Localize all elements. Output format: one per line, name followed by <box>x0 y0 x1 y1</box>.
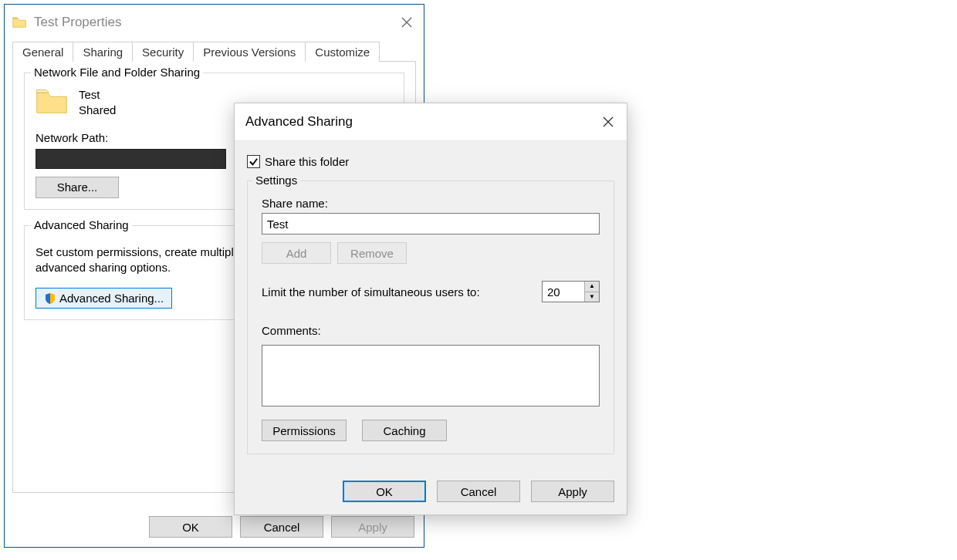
tab-customize[interactable]: Customize <box>305 42 380 62</box>
add-button[interactable]: Add <box>262 242 331 264</box>
tab-previous-versions[interactable]: Previous Versions <box>193 42 306 62</box>
caching-button[interactable]: Caching <box>362 420 447 441</box>
tab-security[interactable]: Security <box>132 42 194 62</box>
advanced-sharing-title: Advanced Sharing <box>245 114 353 130</box>
share-this-folder-checkbox[interactable] <box>247 155 260 168</box>
close-icon[interactable] <box>389 5 424 39</box>
folder-icon <box>12 16 26 29</box>
advanced-sharing-legend: Advanced Sharing <box>31 218 132 231</box>
settings-group: Settings Share name: Add Remove Limit th… <box>247 180 614 454</box>
limit-users-spinner[interactable]: ▲ ▼ <box>542 281 600 302</box>
network-path-value[interactable] <box>36 149 226 169</box>
tab-general[interactable]: General <box>12 42 73 62</box>
shared-folder-status: Shared <box>79 103 116 118</box>
share-name-input[interactable] <box>262 213 600 234</box>
share-button[interactable]: Share... <box>36 177 119 198</box>
cancel-button[interactable]: Cancel <box>240 516 323 538</box>
properties-titlebar[interactable]: Test Properties <box>5 5 424 39</box>
ok-button[interactable]: OK <box>149 516 232 538</box>
spinner-down-icon[interactable]: ▼ <box>585 292 599 302</box>
tab-sharing[interactable]: Sharing <box>73 42 133 62</box>
shared-folder-name: Test <box>79 87 116 103</box>
spinner-up-icon[interactable]: ▲ <box>585 282 599 292</box>
remove-button[interactable]: Remove <box>337 242 407 264</box>
close-icon[interactable] <box>590 103 627 140</box>
limit-users-label: Limit the number of simultaneous users t… <box>262 285 542 299</box>
share-this-folder-label: Share this folder <box>265 155 349 168</box>
apply-button[interactable]: Apply <box>331 516 414 538</box>
comments-label: Comments: <box>262 324 600 337</box>
advanced-sharing-titlebar[interactable]: Advanced Sharing <box>235 103 627 141</box>
advanced-sharing-button[interactable]: Advanced Sharing... <box>36 288 172 309</box>
advanced-sharing-button-label: Advanced Sharing... <box>59 292 164 305</box>
folder-large-icon <box>36 87 68 115</box>
settings-legend: Settings <box>252 174 300 187</box>
advanced-sharing-dialog: Advanced Sharing Share this folder Setti… <box>234 103 627 515</box>
limit-users-input[interactable] <box>543 282 584 302</box>
comments-input[interactable] <box>262 345 600 407</box>
properties-button-row: OK Cancel Apply <box>149 516 414 538</box>
tabstrip: General Sharing Security Previous Versio… <box>12 39 416 61</box>
apply-button[interactable]: Apply <box>531 481 614 502</box>
network-sharing-legend: Network File and Folder Sharing <box>31 66 203 79</box>
ok-button[interactable]: OK <box>343 481 426 502</box>
advanced-sharing-button-row: OK Cancel Apply <box>235 465 627 514</box>
cancel-button[interactable]: Cancel <box>437 481 520 502</box>
permissions-button[interactable]: Permissions <box>262 420 347 441</box>
properties-title: Test Properties <box>34 15 121 30</box>
shield-icon <box>44 292 56 305</box>
share-name-label: Share name: <box>262 197 600 210</box>
